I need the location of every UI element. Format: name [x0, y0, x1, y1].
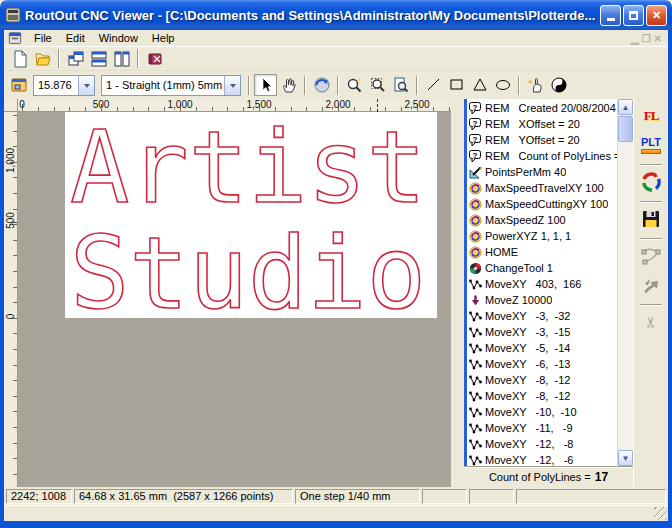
command-row[interactable]: ChangeTool 1 [467, 260, 617, 276]
view-toolbar: 15.876 1 - Straight (1mm) 5mm d [4, 71, 668, 99]
ruler-tick [10, 162, 17, 163]
open-fl-file-button[interactable]: FL [638, 103, 664, 129]
menu-file[interactable]: File [27, 31, 59, 45]
command-text: MoveXY -3, -15 [485, 326, 570, 338]
minimize-button[interactable] [600, 5, 621, 26]
tool-value: 1 - Straight (1mm) 5mm d [102, 79, 224, 91]
menu-help[interactable]: Help [145, 31, 182, 45]
speed-icon [469, 230, 482, 243]
command-row[interactable]: MoveXY -11, -9 [467, 420, 617, 436]
ruler-tick [22, 104, 23, 111]
rem-icon: ? [469, 134, 482, 147]
draw-triangle-button[interactable] [468, 74, 491, 96]
command-row[interactable]: ? REM XOffset = 20 [467, 116, 617, 132]
command-row[interactable]: PowerXYZ 1, 1, 1 [467, 228, 617, 244]
tool-combobox[interactable]: 1 - Straight (1mm) 5mm d [101, 75, 241, 96]
tool-dropdown-button[interactable] [224, 76, 240, 95]
zoom-fit-page-button[interactable] [389, 74, 412, 96]
command-text: ChangeTool 1 [485, 262, 553, 274]
save-button[interactable] [638, 206, 664, 232]
mdi-minimize-icon[interactable]: ▁ [631, 33, 639, 44]
command-row[interactable]: MoveXY -8, -12 [467, 388, 617, 404]
command-row[interactable]: MaxSpeedTravelXY 100 [467, 180, 617, 196]
move-object-button[interactable] [638, 272, 664, 298]
resize-grip[interactable] [654, 507, 667, 520]
scroll-up-button[interactable]: ▲ [618, 99, 633, 115]
save-floppy-icon [641, 209, 661, 229]
command-text: MoveXY -6, -13 [485, 358, 570, 370]
draw-rectangle-button[interactable] [445, 74, 468, 96]
tile-vertical-button[interactable] [110, 48, 133, 70]
command-row[interactable]: MoveXY -12, -8 [467, 436, 617, 452]
refresh-view-button[interactable] [310, 74, 333, 96]
drawing-page[interactable]: Artist Studio [65, 112, 437, 318]
help-button[interactable] [143, 48, 166, 70]
help-book-icon [146, 50, 164, 68]
mdi-close-icon[interactable]: ✕ [654, 33, 662, 44]
zoom-page-icon [392, 76, 410, 94]
mdi-window-buttons: ▁ ❐ ✕ [631, 33, 668, 44]
command-row[interactable]: MoveXY -3, -15 [467, 324, 617, 340]
zoom-in-button[interactable] [343, 74, 366, 96]
command-row[interactable]: ? REM Count of PolyLines = 17 [467, 148, 617, 164]
convert-button[interactable] [638, 169, 664, 195]
drawing-canvas[interactable]: Artist Studio [18, 112, 451, 487]
command-row[interactable]: MoveZ 10000 [467, 292, 617, 308]
command-text: MoveXY -10, -10 [485, 406, 577, 418]
command-row[interactable]: MoveXY 403, 166 [467, 276, 617, 292]
select-tool-button[interactable] [254, 74, 277, 96]
tile-horizontal-button[interactable] [87, 48, 110, 70]
close-button[interactable]: ✕ [646, 5, 667, 26]
scale-dropdown-button[interactable] [78, 76, 94, 95]
edit-polyline-button[interactable] [638, 243, 664, 269]
contrast-mode-button[interactable] [547, 74, 570, 96]
draw-line-button[interactable] [422, 74, 445, 96]
list-scrollbar[interactable]: ▲ ▼ [617, 99, 633, 466]
polyline-icon [469, 342, 482, 355]
command-row[interactable]: MoveXY -12, -6 [467, 452, 617, 466]
command-row[interactable]: ? REM YOffset = 20 [467, 132, 617, 148]
open-file-button[interactable] [31, 48, 54, 70]
command-row[interactable]: MoveXY -3, -32 [467, 308, 617, 324]
command-row[interactable]: MoveXY -10, -10 [467, 404, 617, 420]
mdi-restore-icon[interactable]: ❐ [642, 33, 651, 44]
machine-setup-button[interactable] [7, 74, 30, 96]
panel-splitter[interactable] [451, 99, 464, 487]
maximize-button[interactable] [623, 5, 644, 26]
command-row[interactable]: MoveXY -5, -14 [467, 340, 617, 356]
simulate-button[interactable] [524, 74, 547, 96]
menu-edit[interactable]: Edit [59, 31, 92, 45]
command-row[interactable]: MaxSpeedCuttingXY 100 [467, 196, 617, 212]
command-list[interactable]: ? REM Created 20/08/2004 16 ? REM XOffse… [467, 99, 617, 466]
pan-tool-button[interactable] [277, 74, 300, 96]
new-file-button[interactable] [8, 48, 31, 70]
ruler-tick [338, 104, 339, 111]
polyline-icon [469, 454, 482, 467]
scroll-down-button[interactable]: ▼ [618, 450, 633, 466]
command-row[interactable]: ? REM Created 20/08/2004 16 [467, 100, 617, 116]
scale-combobox[interactable]: 15.876 [33, 75, 95, 96]
yin-yang-icon [550, 76, 568, 94]
command-row[interactable]: HOME [467, 244, 617, 260]
menu-window[interactable]: Window [92, 31, 145, 45]
command-row[interactable]: MoveXY -8, -12 [467, 372, 617, 388]
svg-text:?: ? [473, 102, 478, 111]
command-row[interactable]: PointsPerMm 40 [467, 164, 617, 180]
color-refresh-icon [640, 171, 662, 193]
polyline-icon [469, 326, 482, 339]
toolbar-separator [416, 76, 418, 95]
scrollbar-thumb[interactable] [618, 116, 633, 142]
command-list-panel: ? REM Created 20/08/2004 16 ? REM XOffse… [464, 99, 633, 466]
cut-button[interactable]: ✂ [638, 309, 664, 335]
zoom-region-button[interactable] [366, 74, 389, 96]
command-row[interactable]: MaxSpeedZ 100 [467, 212, 617, 228]
open-folder-icon [34, 50, 52, 68]
cascade-windows-button[interactable] [64, 48, 87, 70]
command-text: MaxSpeedCuttingXY 100 [485, 198, 608, 210]
open-plt-file-button[interactable]: PLT [638, 132, 664, 158]
workspace: 0 500 1,000 1,500 2,000 2,500 1,000 500 … [4, 99, 668, 487]
draw-ellipse-button[interactable] [491, 74, 514, 96]
window-body: File Edit Window Help ▁ ❐ ✕ [0, 30, 672, 528]
command-row[interactable]: MoveXY -6, -13 [467, 356, 617, 372]
titlebar: RoutOut CNC Viewer - [C:\Documents and S… [0, 0, 672, 30]
